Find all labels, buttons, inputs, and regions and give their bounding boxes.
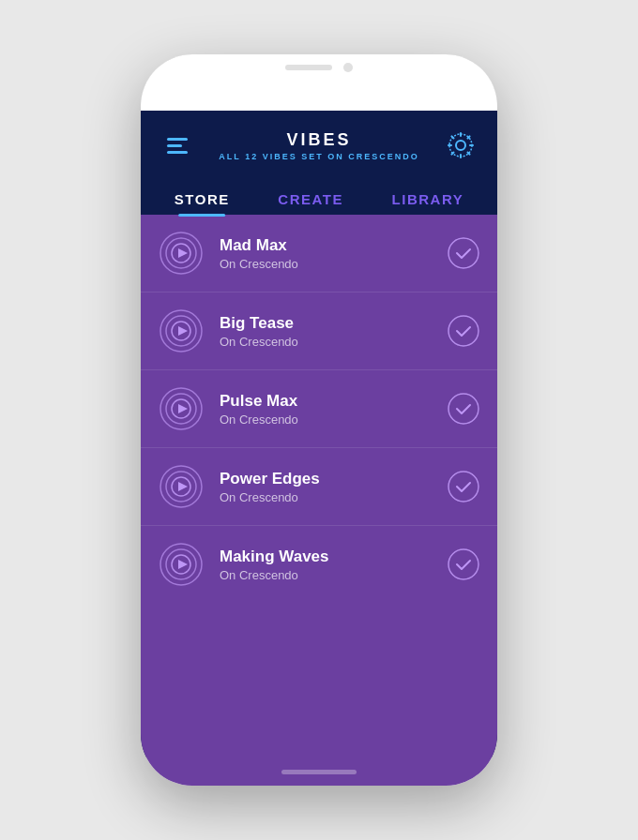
settings-button[interactable]	[443, 128, 478, 163]
svg-point-21	[448, 472, 478, 502]
svg-point-0	[456, 141, 465, 150]
item-text: Pulse Max On Crescendo	[220, 392, 447, 427]
hamburger-line-1	[167, 138, 188, 141]
menu-button[interactable]	[160, 128, 195, 163]
check-icon	[447, 236, 480, 270]
item-title: Mad Max	[220, 236, 447, 255]
svg-marker-10	[178, 326, 188, 336]
item-title: Making Waves	[220, 548, 447, 566]
item-subtitle: On Crescendo	[220, 257, 447, 271]
svg-marker-20	[178, 482, 188, 491]
app-title: VIBES	[219, 130, 418, 150]
phone-bottom-bar	[141, 758, 497, 786]
hamburger-line-3	[167, 151, 188, 154]
svg-point-11	[448, 316, 478, 346]
vibe-icon	[158, 308, 205, 354]
tab-library[interactable]: LIBRARY	[381, 184, 476, 215]
item-text: Power Edges On Crescendo	[220, 470, 447, 504]
item-subtitle: On Crescendo	[220, 568, 447, 582]
vibe-icon	[158, 230, 205, 277]
phone-screen: VIBES ALL 12 VIBES SET ON CRESCENDO STOR…	[141, 111, 497, 758]
svg-point-16	[448, 394, 478, 424]
item-subtitle: On Crescendo	[220, 412, 447, 427]
tab-create[interactable]: CREATE	[266, 184, 355, 215]
vibe-icon	[158, 541, 205, 588]
check-icon	[447, 548, 480, 581]
home-indicator	[281, 770, 357, 774]
tab-store[interactable]: STORE	[163, 184, 241, 215]
phone-frame: VIBES ALL 12 VIBES SET ON CRESCENDO STOR…	[141, 54, 497, 786]
item-subtitle: On Crescendo	[220, 490, 447, 504]
tab-bar: STORE CREATE LIBRARY	[141, 176, 497, 215]
vibe-icon	[158, 463, 205, 510]
notch	[253, 54, 385, 81]
check-icon	[447, 470, 480, 503]
list-item[interactable]: Making Waves On Crescendo	[141, 526, 497, 603]
list-item[interactable]: Mad Max On Crescendo	[141, 215, 497, 292]
check-icon	[447, 392, 480, 426]
svg-marker-5	[178, 248, 188, 258]
hamburger-icon	[167, 138, 188, 154]
app-subtitle: ALL 12 VIBES SET ON CRESCENDO	[219, 152, 418, 161]
list-item[interactable]: Power Edges On Crescendo	[141, 448, 497, 526]
speaker-grill	[285, 65, 332, 70]
vibes-list: Mad Max On Crescendo	[141, 215, 497, 758]
check-icon	[447, 314, 480, 348]
item-title: Power Edges	[220, 470, 447, 488]
list-item[interactable]: Big Tease On Crescendo	[141, 292, 497, 370]
hamburger-line-2	[167, 144, 182, 147]
item-text: Mad Max On Crescendo	[220, 236, 447, 271]
svg-point-6	[448, 238, 478, 268]
item-text: Making Waves On Crescendo	[220, 548, 447, 582]
front-camera	[343, 63, 353, 72]
item-title: Pulse Max	[220, 392, 447, 411]
item-text: Big Tease On Crescendo	[220, 314, 447, 349]
header-center: VIBES ALL 12 VIBES SET ON CRESCENDO	[219, 130, 418, 161]
vibe-icon	[158, 385, 205, 432]
list-item[interactable]: Pulse Max On Crescendo	[141, 370, 497, 448]
svg-marker-25	[178, 560, 188, 569]
svg-point-26	[448, 549, 478, 579]
app-header: VIBES ALL 12 VIBES SET ON CRESCENDO	[141, 111, 497, 176]
svg-marker-15	[178, 404, 188, 413]
phone-top-bar	[141, 54, 497, 111]
item-subtitle: On Crescendo	[220, 335, 447, 349]
item-title: Big Tease	[220, 314, 447, 333]
